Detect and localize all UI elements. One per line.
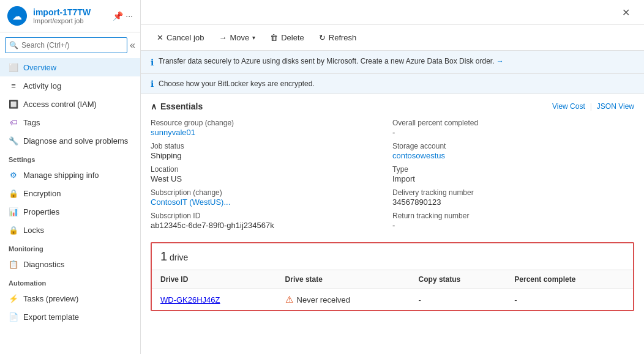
locks-icon: 🔒	[9, 225, 18, 235]
drives-header: 1 drive	[152, 243, 633, 270]
sidebar-item-label: Diagnose and solve problems	[23, 136, 128, 146]
cancel-job-button[interactable]: ✕ Cancel job	[151, 30, 210, 45]
essentials-title: ∧ Essentials	[151, 101, 203, 111]
sidebar-item-tags[interactable]: 🏷 Tags	[0, 113, 140, 131]
job-status-value: Shipping	[151, 151, 392, 160]
table-row: WD-GK26HJ46Z ⚠ Never received - -	[152, 289, 633, 311]
storage-account-value: contosowestus	[392, 151, 634, 160]
app-icon: ☁	[7, 6, 27, 26]
diagnose-icon: 🔧	[9, 136, 18, 146]
subscription-id-value: ab12345c-6de7-89f0-gh1ij234567k	[151, 221, 392, 230]
bitlocker-text: Choose how your BitLocker keys are encry…	[159, 79, 315, 88]
move-chevron-icon: ▾	[252, 34, 255, 41]
subscription-value: ContosoIT (WestUS)...	[151, 197, 392, 207]
sidebar-item-label: Properties	[23, 207, 59, 216]
refresh-button[interactable]: ↻ Refresh	[313, 30, 363, 45]
sidebar-item-export-template[interactable]: 📄 Export template	[0, 308, 140, 326]
location-value: West US	[151, 174, 392, 183]
more-icon[interactable]: ···	[125, 11, 133, 21]
top-bar: ✕	[141, 0, 644, 25]
cancel-icon: ✕	[157, 33, 163, 42]
overall-percent-value: -	[392, 128, 634, 137]
json-view-link[interactable]: JSON View	[597, 102, 634, 111]
sidebar-item-label: Tags	[23, 118, 40, 127]
toolbar: ✕ Cancel job → Move ▾ 🗑 Delete ↻ Refresh	[141, 25, 644, 51]
essentials-collapse-icon[interactable]: ∧	[151, 101, 157, 111]
essentials-left-col: Resource group (change) sunnyvale01 Job …	[151, 119, 392, 230]
delivery-tracking-item: Delivery tracking number 34567890123	[392, 188, 634, 207]
bitlocker-banner: ℹ Choose how your BitLocker keys are enc…	[141, 74, 644, 94]
encryption-icon: 🔒	[9, 188, 18, 198]
search-box: 🔍 «	[5, 37, 135, 53]
drive-id-cell: WD-GK26HJ46Z	[152, 289, 277, 311]
move-button[interactable]: → Move ▾	[212, 30, 261, 45]
error-icon: ⚠	[285, 294, 293, 305]
essentials-actions: View Cost | JSON View	[552, 102, 634, 111]
main-content: ✕ ✕ Cancel job → Move ▾ 🗑 Delete ↻ Refre…	[141, 0, 644, 354]
search-input[interactable]	[5, 37, 127, 53]
app-title: import-1T7TW	[33, 7, 91, 17]
sidebar-item-access-control[interactable]: 🔲 Access control (IAM)	[0, 95, 140, 113]
return-tracking-item: Return tracking number -	[392, 212, 634, 230]
divider: |	[590, 102, 592, 111]
col-drive-state: Drive state	[277, 270, 410, 289]
sidebar-item-label: Activity log	[23, 81, 61, 90]
drives-count: 1	[160, 249, 167, 263]
delete-icon: 🗑	[270, 33, 278, 42]
sidebar-item-diagnostics[interactable]: 📋 Diagnostics	[0, 255, 140, 273]
view-cost-link[interactable]: View Cost	[552, 102, 585, 111]
sidebar-item-diagnose[interactable]: 🔧 Diagnose and solve problems	[0, 131, 140, 150]
info-banner: ℹ Transfer data securely to Azure using …	[141, 51, 644, 74]
col-copy-status: Copy status	[410, 270, 506, 289]
bitlocker-info-icon: ℹ	[151, 79, 154, 89]
delete-button[interactable]: 🗑 Delete	[264, 30, 310, 45]
storage-account-link[interactable]: contosowestus	[392, 151, 445, 160]
export-template-icon: 📄	[9, 312, 18, 322]
overall-percent-label: Overall percent completed	[392, 119, 634, 127]
essentials-header: ∧ Essentials View Cost | JSON View	[151, 101, 634, 111]
drives-table-header: Drive ID Drive state Copy status Percent…	[152, 270, 633, 289]
pin-icon[interactable]: 📌	[113, 11, 123, 21]
drive-state-cell: ⚠ Never received	[277, 289, 410, 311]
sidebar: ☁ import-1T7TW Import/export job 📌 ··· 🔍…	[0, 0, 141, 354]
resource-group-label: Resource group (change)	[151, 119, 392, 127]
sidebar-item-activity-log[interactable]: ≡ Activity log	[0, 76, 140, 95]
essentials-section: ∧ Essentials View Cost | JSON View Resou…	[141, 94, 644, 237]
sidebar-item-overview[interactable]: ⬜ Overview	[0, 58, 140, 76]
close-button[interactable]: ✕	[617, 4, 634, 21]
info-banner-link[interactable]: →	[496, 57, 504, 65]
subscription-id-label: Subscription ID	[151, 212, 392, 220]
info-icon: ℹ	[151, 57, 154, 67]
essentials-grid: Resource group (change) sunnyvale01 Job …	[151, 119, 634, 230]
subscription-id-item: Subscription ID ab12345c-6de7-89f0-gh1ij…	[151, 212, 392, 230]
resource-group-value: sunnyvale01	[151, 128, 392, 137]
resource-group-link[interactable]: sunnyvale01	[151, 128, 195, 137]
properties-icon: 📊	[9, 207, 18, 216]
subscription-item: Subscription (change) ContosoIT (WestUS)…	[151, 188, 392, 207]
tags-icon: 🏷	[9, 117, 18, 127]
sidebar-item-label: Access control (IAM)	[23, 100, 97, 109]
subscription-link[interactable]: ContosoIT (WestUS)...	[151, 197, 230, 207]
percent-complete-cell: -	[506, 289, 633, 311]
storage-account-label: Storage account	[392, 142, 634, 150]
sidebar-item-label: Export template	[23, 312, 79, 322]
resource-group-item: Resource group (change) sunnyvale01	[151, 119, 392, 137]
drives-section: 1 drive Drive ID Drive state Copy status…	[151, 242, 634, 311]
drives-label: drive	[170, 253, 188, 262]
col-percent-complete: Percent complete	[506, 270, 633, 289]
access-control-icon: 🔲	[9, 99, 18, 109]
never-received-state: ⚠ Never received	[285, 294, 402, 305]
drive-id-link[interactable]: WD-GK26HJ46Z	[160, 295, 220, 304]
sidebar-item-locks[interactable]: 🔒 Locks	[0, 221, 140, 239]
monitoring-section-label: Monitoring	[0, 239, 140, 255]
subscription-label: Subscription (change)	[151, 188, 392, 197]
sidebar-item-properties[interactable]: 📊 Properties	[0, 202, 140, 221]
sidebar-item-manage-shipping[interactable]: ⚙ Manage shipping info	[0, 166, 140, 184]
location-label: Location	[151, 165, 392, 174]
sidebar-item-label: Diagnostics	[23, 260, 64, 269]
collapse-icon[interactable]: «	[130, 40, 135, 51]
info-banner-text: Transfer data securely to Azure using di…	[159, 57, 504, 65]
overall-percent-item: Overall percent completed -	[392, 119, 634, 137]
sidebar-item-tasks[interactable]: ⚡ Tasks (preview)	[0, 289, 140, 308]
sidebar-item-encryption[interactable]: 🔒 Encryption	[0, 184, 140, 202]
